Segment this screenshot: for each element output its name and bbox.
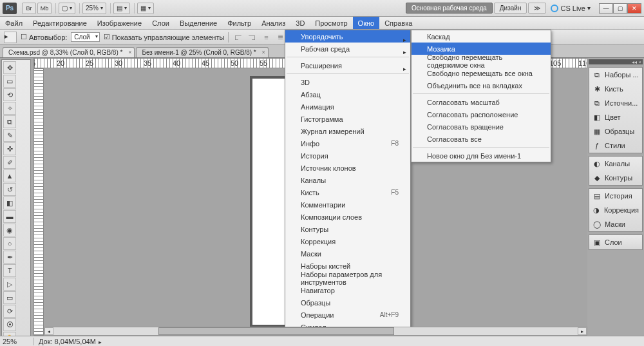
lasso-tool[interactable]: ⟲ <box>3 88 16 101</box>
align-icon[interactable]: ≡ <box>261 32 271 43</box>
menu-редактирование[interactable]: Редактирование <box>28 17 92 29</box>
menu-item[interactable]: Свободно перемещать содержимое окна <box>412 55 551 67</box>
dock-panel-item[interactable]: ✱Кисть <box>589 82 642 96</box>
wand-tool[interactable]: ✧ <box>3 102 16 115</box>
menu-item[interactable]: Свободно перемещать все окна <box>412 67 551 79</box>
document-tab[interactable]: Схема.psd @ 8,33% (Слой 0, RGB/8) *× <box>3 47 135 57</box>
blur-tool[interactable]: ◉ <box>3 224 16 236</box>
horizontal-scrollbar[interactable]: ◂ ▸ <box>44 327 587 336</box>
view-extras-dropdown[interactable]: ▤ <box>113 3 130 14</box>
menu-item[interactable]: Абзац <box>285 88 410 101</box>
menu-item[interactable]: КистьF5 <box>285 186 410 198</box>
menu-фильтр[interactable]: Фильтр <box>222 17 256 29</box>
menu-item[interactable]: Навигатор <box>285 284 410 296</box>
type-tool[interactable]: T <box>3 264 16 277</box>
close-tab-icon[interactable]: × <box>128 49 131 55</box>
menu-выделение[interactable]: Выделение <box>175 17 222 29</box>
pen-tool[interactable]: ✒ <box>3 251 16 264</box>
dock-panel-item[interactable]: ◐Каналы <box>589 157 642 171</box>
show-controls-checkbox[interactable]: ☑Показать управляющие элементы <box>104 33 225 41</box>
zoom-dropdown[interactable]: 25% <box>82 3 106 14</box>
scroll-right-button[interactable]: ▸ <box>578 327 587 335</box>
menu-item[interactable]: Маски <box>285 247 410 260</box>
menu-файл[interactable]: Файл <box>0 17 28 29</box>
dock-panel-item[interactable]: ƒСтили <box>589 139 642 153</box>
menu-item[interactable]: Источник клонов <box>285 162 410 174</box>
status-docinfo[interactable]: Док: 8,04M/5,04M▸ <box>33 338 107 345</box>
screen-mode-dropdown[interactable]: ▢ <box>59 3 75 14</box>
align-icon[interactable]: ⫍ <box>232 32 243 43</box>
dodge-tool[interactable]: ○ <box>3 237 16 250</box>
current-tool-icon[interactable]: ▸ <box>4 32 17 43</box>
3d-camera-tool[interactable]: ⦿ <box>3 318 16 331</box>
dock-panel-item[interactable]: ◑Коррекция <box>589 203 642 217</box>
dock-panel-item[interactable]: ◆Контуры <box>589 171 642 185</box>
marquee-tool[interactable]: ▭ <box>3 75 16 88</box>
menu-item[interactable]: ОперацииAlt+F9 <box>285 309 410 321</box>
menu-item[interactable]: Контуры <box>285 223 410 235</box>
eraser-tool[interactable]: ◧ <box>3 197 16 209</box>
menu-просмотр[interactable]: Просмотр <box>310 17 352 29</box>
history-brush-tool[interactable]: ↺ <box>3 183 16 196</box>
healing-tool[interactable]: ✜ <box>3 142 16 155</box>
dock-panel-item[interactable]: ⧉Источни... <box>589 96 642 110</box>
autoselect-checkbox[interactable]: ☐Автовыбор: <box>21 33 67 41</box>
arrange-docs-dropdown[interactable]: ▦ <box>137 3 154 14</box>
menu-item[interactable]: Рабочая среда <box>285 43 410 55</box>
dock-panel-item[interactable]: ▣Слои <box>589 235 642 249</box>
menu-слои[interactable]: Слои <box>147 17 175 29</box>
menu-item[interactable]: Образцы <box>285 296 410 309</box>
shape-tool[interactable]: ▭ <box>3 291 16 304</box>
workspace-more-button[interactable]: ≫ <box>528 3 546 14</box>
menu-item[interactable]: Расширения <box>285 59 410 72</box>
workspace-main-button[interactable]: Основная рабочая среда <box>406 3 493 14</box>
dock-panel-item[interactable]: ◯Маски <box>589 217 642 231</box>
menu-item[interactable]: Композиции слоев <box>285 211 410 223</box>
brush-tool[interactable]: ✐ <box>3 156 16 169</box>
align-icon[interactable]: ⫎ <box>247 32 257 43</box>
menu-окно[interactable]: Окно <box>353 17 380 29</box>
minimize-button[interactable]: — <box>599 3 613 14</box>
crop-tool[interactable]: ⧉ <box>3 115 16 128</box>
document-tab[interactable]: Без имени-1 @ 25% (Слой 0, RGB/8) *× <box>136 47 268 57</box>
align-icon[interactable]: ≣ <box>275 32 285 43</box>
status-zoom[interactable]: 25% <box>0 338 33 345</box>
menu-item[interactable]: История <box>285 149 410 162</box>
menu-item[interactable]: Анимация <box>285 101 410 113</box>
menu-3d[interactable]: 3D <box>290 17 310 29</box>
bridge-icon[interactable]: Br <box>22 3 36 14</box>
menu-item[interactable]: Объединить все на вкладках <box>412 79 551 91</box>
dock-collapse-icon[interactable]: ◂◂ × <box>589 59 643 64</box>
path-tool[interactable]: ▷ <box>3 278 16 291</box>
dock-panel-item[interactable]: ⧉Наборы ... <box>589 68 642 82</box>
menu-item[interactable]: Коррекция <box>285 235 410 247</box>
menu-анализ[interactable]: Анализ <box>256 17 290 29</box>
menu-item[interactable]: Комментарии <box>285 198 410 211</box>
menu-item[interactable]: Наборы параметров для инструментов <box>285 272 410 284</box>
dock-panel-item[interactable]: ▦Образцы <box>589 124 642 139</box>
close-button[interactable]: ✕ <box>627 3 641 14</box>
workspace-design-button[interactable]: Дизайн <box>494 3 527 14</box>
menu-item[interactable]: Упорядочить <box>285 30 410 43</box>
menu-справка[interactable]: Справка <box>379 17 417 29</box>
menu-item[interactable]: Согласовать расположение <box>412 108 551 120</box>
dock-panel-item[interactable]: ◧Цвет <box>589 110 642 124</box>
menu-изображение[interactable]: Изображение <box>92 17 147 29</box>
eyedropper-tool[interactable]: ✎ <box>3 129 16 142</box>
close-tab-icon[interactable]: × <box>261 49 265 55</box>
menu-item[interactable]: ИнфоF8 <box>285 137 410 149</box>
menu-item[interactable]: Каналы <box>285 174 410 186</box>
autoselect-target-dropdown[interactable]: Слой <box>71 32 99 42</box>
gradient-tool[interactable]: ▬ <box>3 210 16 223</box>
dock-panel-item[interactable]: ▤История <box>589 189 642 203</box>
maximize-button[interactable]: ▢ <box>613 3 627 14</box>
menu-item[interactable]: Согласовать все <box>412 133 551 145</box>
3d-tool[interactable]: ⟳ <box>3 305 16 318</box>
menu-item[interactable]: Согласовать вращение <box>412 120 551 133</box>
menu-item[interactable]: Гистограмма <box>285 113 410 125</box>
menu-item[interactable]: Журнал измерений <box>285 125 410 137</box>
cslive-button[interactable]: CS Live ▾ <box>547 5 594 12</box>
menu-item[interactable]: Новое окно для Без имени-1 <box>412 149 551 162</box>
minibridge-icon[interactable]: Mb <box>37 3 52 14</box>
move-tool[interactable]: ✥ <box>3 61 16 74</box>
